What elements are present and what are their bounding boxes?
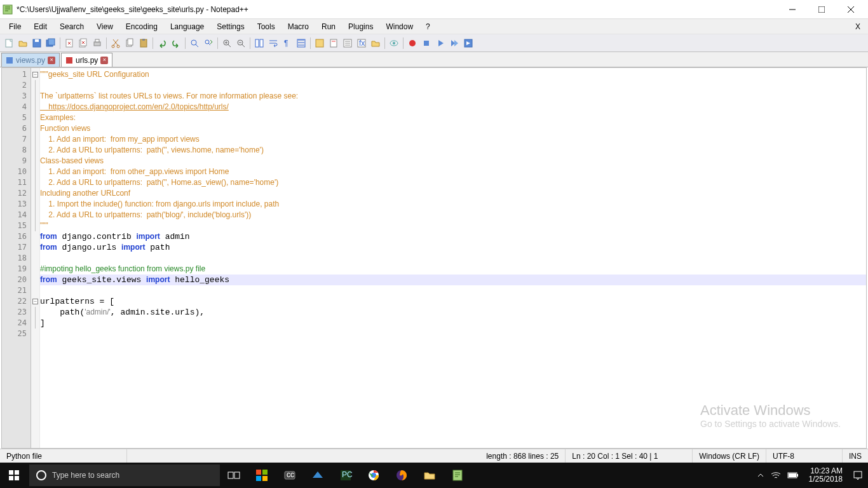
- menu-view[interactable]: View: [90, 21, 119, 32]
- taskbar-firefox[interactable]: [388, 463, 416, 488]
- close-button[interactable]: [836, 0, 865, 19]
- print-icon[interactable]: [91, 37, 104, 50]
- svg-rect-48: [256, 476, 261, 481]
- folder-panel-icon[interactable]: [369, 37, 382, 50]
- svg-rect-41: [9, 476, 13, 480]
- menu-language[interactable]: Language: [164, 21, 210, 32]
- svg-rect-57: [453, 470, 462, 480]
- windows-taskbar: Type here to search cc PC 10:23 AM 1/25/…: [0, 463, 868, 488]
- toolbar: ¶ fx: [0, 34, 868, 52]
- clock-date: 1/25/2018: [809, 475, 843, 484]
- taskbar-file-explorer[interactable]: [416, 463, 444, 488]
- file-icon: [65, 57, 73, 64]
- save-all-icon[interactable]: [44, 37, 57, 50]
- tab-close-icon[interactable]: ×: [100, 57, 108, 64]
- svg-rect-49: [262, 476, 268, 481]
- taskbar-app-1[interactable]: [248, 463, 276, 488]
- show-all-chars-icon[interactable]: ¶: [281, 37, 294, 50]
- paste-icon[interactable]: [137, 37, 150, 50]
- tray-battery-icon[interactable]: [787, 471, 799, 479]
- status-length: length : 868 lines : 25: [480, 449, 566, 463]
- system-tray: 10:23 AM 1/25/2018: [752, 467, 868, 484]
- doc-list-icon[interactable]: [341, 37, 354, 50]
- taskbar-pycharm[interactable]: PC: [332, 463, 360, 488]
- svg-point-34: [409, 40, 416, 46]
- taskbar-notepadpp[interactable]: [444, 463, 471, 488]
- tray-wifi-icon[interactable]: [771, 471, 781, 480]
- svg-rect-44: [228, 472, 233, 478]
- save-icon[interactable]: [31, 37, 43, 50]
- user-lang-icon[interactable]: [313, 37, 326, 50]
- taskbar-app-3[interactable]: [304, 463, 332, 488]
- editor[interactable]: 1234567891011121314151617181920212223242…: [1, 67, 867, 449]
- svg-rect-59: [797, 474, 798, 477]
- tray-notifications-icon[interactable]: [853, 470, 863, 480]
- save-macro-icon[interactable]: [462, 37, 475, 50]
- menu-search[interactable]: Search: [53, 21, 90, 32]
- zoom-in-icon[interactable]: [220, 37, 233, 50]
- find-icon[interactable]: [188, 37, 201, 50]
- task-view-icon[interactable]: [220, 463, 248, 488]
- cut-icon[interactable]: [109, 37, 122, 50]
- tab-urls-py[interactable]: urls.py ×: [61, 53, 112, 67]
- tray-chevron-icon[interactable]: [757, 471, 764, 479]
- tab-label: views.py: [16, 56, 45, 65]
- tab-views-py[interactable]: views.py ×: [1, 53, 60, 67]
- svg-point-33: [393, 42, 395, 44]
- zoom-out-icon[interactable]: [234, 37, 247, 50]
- close-icon[interactable]: [63, 37, 76, 50]
- svg-rect-38: [66, 57, 72, 64]
- monitor-icon[interactable]: [388, 37, 400, 50]
- menu-help[interactable]: ?: [419, 21, 437, 32]
- svg-rect-15: [128, 39, 133, 45]
- svg-rect-17: [142, 39, 145, 41]
- open-file-icon[interactable]: [17, 37, 29, 50]
- record-macro-icon[interactable]: [406, 37, 419, 50]
- new-file-icon[interactable]: [3, 37, 15, 50]
- svg-rect-37: [6, 57, 13, 64]
- stop-macro-icon[interactable]: [420, 37, 433, 50]
- taskbar-chrome[interactable]: [360, 463, 388, 488]
- menu-file[interactable]: File: [3, 21, 27, 32]
- watermark-subtitle: Go to Settings to activate Windows.: [700, 419, 841, 429]
- play-multi-icon[interactable]: [448, 37, 461, 50]
- close-all-icon[interactable]: [77, 37, 90, 50]
- menu-encoding[interactable]: Encoding: [119, 21, 164, 32]
- code-area[interactable]: """geeks_site URL Configuration The `url…: [40, 68, 866, 448]
- svg-text:¶: ¶: [284, 39, 288, 48]
- svg-rect-0: [3, 5, 12, 14]
- menu-window[interactable]: Window: [379, 21, 419, 32]
- undo-icon[interactable]: [156, 37, 168, 50]
- minimize-button[interactable]: [778, 0, 807, 19]
- svg-rect-46: [256, 470, 261, 475]
- app-icon: [3, 4, 13, 15]
- menu-tools[interactable]: Tools: [251, 21, 281, 32]
- tab-close-icon[interactable]: ×: [48, 57, 55, 64]
- svg-rect-39: [9, 470, 13, 475]
- menu-macro[interactable]: Macro: [281, 21, 315, 32]
- menu-edit[interactable]: Edit: [27, 21, 53, 32]
- svg-point-43: [37, 471, 46, 480]
- sync-scroll-icon[interactable]: [253, 37, 266, 50]
- word-wrap-icon[interactable]: [267, 37, 280, 50]
- status-insert-mode: INS: [843, 449, 868, 463]
- copy-icon[interactable]: [123, 37, 136, 50]
- maximize-button[interactable]: [807, 0, 836, 19]
- menu-settings[interactable]: Settings: [210, 21, 250, 32]
- taskbar-search[interactable]: Type here to search: [29, 464, 220, 486]
- play-macro-icon[interactable]: [434, 37, 447, 50]
- tray-clock[interactable]: 10:23 AM 1/25/2018: [805, 467, 846, 484]
- indent-guide-icon[interactable]: [295, 37, 308, 50]
- start-button[interactable]: [0, 463, 28, 488]
- redo-icon[interactable]: [170, 37, 182, 50]
- menu-plugins[interactable]: Plugins: [342, 21, 379, 32]
- replace-icon[interactable]: [202, 37, 215, 50]
- taskbar-app-2[interactable]: cc: [276, 463, 304, 488]
- doc-map-icon[interactable]: [327, 37, 340, 50]
- window-title: *C:\Users\Ujjwal\env_site\geeks_site\gee…: [17, 5, 778, 14]
- menubar-close-x[interactable]: X: [855, 22, 865, 31]
- menu-run[interactable]: Run: [315, 21, 342, 32]
- func-list-icon[interactable]: fx: [355, 37, 368, 50]
- titlebar: *C:\Users\Ujjwal\env_site\geeks_site\gee…: [0, 0, 868, 19]
- svg-text:fx: fx: [359, 39, 365, 48]
